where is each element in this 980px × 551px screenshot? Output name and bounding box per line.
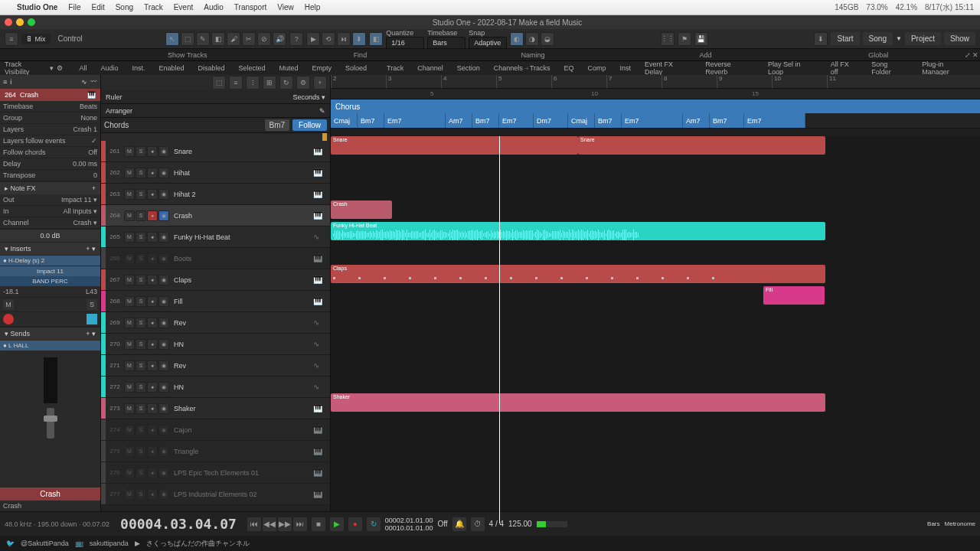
bar-ruler[interactable]: 234567891011 [331,75,980,89]
io-row[interactable]: OutImpact 11 ▾ [0,194,100,206]
sends-section[interactable]: ▾ Sends+ ▾ [0,327,100,340]
inspector-row[interactable]: LayersCrash 1 [0,124,100,135]
visibility-gear-icon[interactable]: ⚙ [57,64,63,72]
mute-button[interactable]: M [124,360,135,371]
monitor-button[interactable]: ◉ [158,210,169,221]
mute-button[interactable]: M [3,299,14,310]
main-counter[interactable]: 00004.03.04.07 [114,516,243,532]
record-arm[interactable]: ● [147,232,158,243]
io-row[interactable]: InAll Inputs ▾ [0,206,100,217]
piano-icon[interactable]: 🎹 [313,190,325,198]
gain-value[interactable]: 0.0 dB [40,232,60,240]
paint-tool[interactable]: 🖌 [227,32,240,46]
chord-block[interactable]: Bm7 [358,113,384,128]
time-sig[interactable]: 4 / 4 [489,520,504,528]
filter-enabled[interactable]: Enabled [155,64,188,73]
mute-button[interactable]: M [124,189,135,200]
record-arm[interactable]: ● [147,360,158,371]
waveform-icon[interactable]: ∿ [313,383,325,391]
mute-button[interactable]: M [124,446,135,457]
mute-tool[interactable]: ⊘ [257,32,271,46]
record-arm[interactable]: ● [147,489,158,500]
chord-block[interactable]: Em7 [499,113,534,128]
maximize-button[interactable] [28,18,35,26]
expand-icon[interactable]: ⤢ [965,51,971,59]
filter-empty[interactable]: Empty [309,64,336,73]
click-icon[interactable]: 🔔 [452,517,466,531]
track-row[interactable]: 275 M S ● ◉ Triangle 🎹 [101,441,330,462]
chord-block[interactable]: Em7 [384,113,446,128]
macro-channels-tracks[interactable]: Channels→Tracks [490,64,554,73]
mute-button[interactable]: M [124,403,135,414]
macro-eq[interactable]: EQ [560,64,578,73]
marker-flag-icon[interactable] [322,133,327,141]
project-button[interactable]: Project [905,32,941,45]
menu-song[interactable]: Song [116,3,133,11]
solo-button[interactable]: S [136,275,146,285]
waveform-icon[interactable]: ∿ [313,318,325,327]
record-arm[interactable]: ● [147,168,158,178]
mute-button[interactable]: M [124,382,135,393]
mix-selector[interactable]: 🎚 Mix [21,34,51,44]
mute-button[interactable]: M [124,296,135,307]
solo-button[interactable]: S [136,468,146,478]
snap-mode-3[interactable]: ◒ [541,32,554,46]
menu-transport[interactable]: Transport [234,3,266,11]
arranger-section[interactable]: Chorus [331,99,980,113]
record-arm[interactable]: ● [147,253,158,264]
tl-tool-4[interactable]: ⊞ [263,76,276,90]
goto-end-button[interactable]: ⏭ [293,517,307,531]
chord-block[interactable]: Cmaj [331,113,358,128]
record-arm[interactable]: ● [147,146,158,157]
solo-button[interactable]: S [136,382,146,393]
piano-icon[interactable]: 🎹 [313,211,325,220]
play-button[interactable]: ▶ [330,517,344,531]
close-panel-icon[interactable]: ✕ [972,51,978,59]
instrument-name[interactable]: Impact 11 [0,266,100,276]
piano-icon[interactable]: 🎹 [313,468,325,477]
track-visibility-label[interactable]: Track Visibility [5,60,47,76]
fader[interactable] [47,408,54,439]
forward-button[interactable]: ▶▶ [278,517,292,531]
monitor-button[interactable]: ◉ [158,339,169,350]
monitor-button[interactable]: ◉ [158,489,169,500]
filter-soloed[interactable]: Soloed [341,64,371,73]
piano-icon[interactable]: 🎹 [313,297,325,305]
chord-block[interactable]: Am7 [683,113,710,128]
clip-snare[interactable]: Snare [331,136,578,155]
solo-button[interactable]: S [136,296,146,307]
solo-button[interactable]: S [136,318,146,328]
clip-claps[interactable]: Claps [331,265,825,283]
loop-end[interactable]: 00010.01.01.00 [385,524,433,532]
tl-tool-1[interactable]: ⬚ [212,76,226,90]
current-chord[interactable]: Bm7 [265,119,290,131]
clip-snare[interactable]: Snare [578,136,825,155]
track-row[interactable]: 262 M S ● ◉ Hihat 🎹 [101,162,330,184]
mute-button[interactable]: M [124,168,135,178]
chord-block[interactable]: Bm7 [595,113,622,128]
download-icon[interactable]: ⬇ [814,32,828,46]
track-row[interactable]: 261 M S ● ◉ Snare 🎹 [101,141,330,162]
mute-button[interactable]: M [124,232,135,243]
save-icon[interactable]: 💾 [694,32,708,46]
chord-track[interactable]: CmajBm7Em7Am7Bm7Em7Dm7CmajBm7Em7Am7Bm7Em… [331,113,980,129]
menu-file[interactable]: File [68,3,80,11]
track-row[interactable]: 271 M S ● ◉ Rev ∿ [101,355,330,377]
track-row[interactable]: 277 M S ● ◉ LPS Industrial Elements 02 🎹 [101,484,330,505]
io-row[interactable]: ChannelCrash ▾ [0,217,100,229]
inspector-row[interactable]: TimebaseBeats [0,101,100,112]
menu-edit[interactable]: Edit [91,3,104,11]
filter-muted[interactable]: Muted [276,64,302,73]
filter-all[interactable]: All [75,64,90,73]
start-button[interactable]: Start [831,32,859,45]
listen-tool[interactable]: 🔊 [273,32,286,46]
macro-channel[interactable]: Channel [413,64,447,73]
tl-tool-6[interactable]: ⚙ [296,76,310,90]
solo-button[interactable]: S [87,299,97,310]
preroll-value[interactable]: Off [437,520,447,528]
filter-inst[interactable]: Inst. [128,64,149,73]
record-arm[interactable]: ● [147,339,158,350]
playhead[interactable] [499,136,500,523]
track-row[interactable]: 268 M S ● ◉ Fill 🎹 [101,291,330,312]
return-icon[interactable]: ⟲ [322,32,335,46]
